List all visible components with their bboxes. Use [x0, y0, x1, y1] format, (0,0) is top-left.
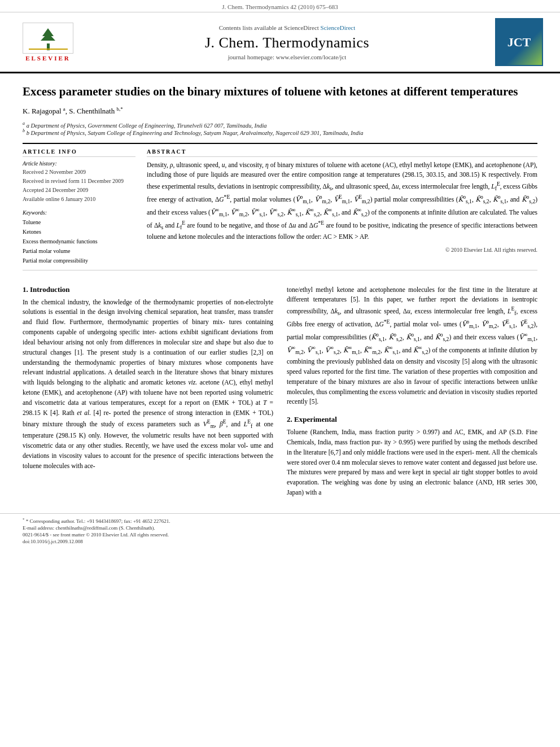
sciencedirect-link[interactable]: ScienceDirect — [321, 24, 356, 31]
introduction-heading: 1. Introduction — [23, 285, 273, 294]
affiliation-a: a a Department of Physics, Government Co… — [23, 121, 537, 129]
body-columns: 1. Introduction In the chemical industry… — [23, 277, 537, 502]
journal-header: ELSEVIER Contents lists available at Sci… — [0, 12, 560, 73]
issn-line: 0021-9614/$ - see front matter © 2010 El… — [23, 532, 537, 538]
elsevier-logo-image — [23, 23, 73, 54]
keywords-section: Keywords: Toluene Ketones Excess thermod… — [23, 209, 135, 265]
footer-area: * * Corresponding author. Tel.: +91 9443… — [0, 513, 560, 548]
journal-ref-text: J. Chem. Thermodynamics 42 (2010) 675–68… — [222, 3, 338, 10]
journal-title: J. Chem. Thermodynamics — [79, 34, 495, 51]
affiliations: a a Department of Physics, Government Co… — [23, 121, 537, 136]
copyright-line: © 2010 Elsevier Ltd. All rights reserved… — [147, 247, 537, 253]
body-left-column: 1. Introduction In the chemical industry… — [23, 277, 273, 502]
contents-available-line: Contents lists available at ScienceDirec… — [79, 24, 495, 31]
authors-line: K. Rajagopal a, S. Chenthilnath b,* — [23, 106, 537, 116]
abstract-column: ABSTRACT Density, ρ, ultrasonic speed, u… — [147, 148, 537, 265]
elsevier-tree-icon — [24, 24, 72, 53]
affiliation-b: b b Department of Physics, Satyam Colleg… — [23, 128, 537, 136]
doi-line: doi:10.1016/j.jct.2009.12.008 — [23, 539, 537, 544]
journal-center: Contents lists available at ScienceDirec… — [79, 24, 495, 60]
corresponding-author-note: * * Corresponding author. Tel.: +91 9443… — [23, 517, 537, 524]
keyword-toluene: Toluene — [23, 217, 135, 227]
article-info-column: ARTICLE INFO Article history: Received 2… — [23, 148, 135, 265]
article-info-abstract-section: ARTICLE INFO Article history: Received 2… — [23, 148, 537, 265]
introduction-continuation: tone/ethyl methyl ketone and acetophenon… — [287, 285, 537, 408]
email-note: E-mail address: chenthilnaths@rediffmail… — [23, 525, 537, 531]
keyword-excess-thermo: Excess thermodynamic functions — [23, 237, 135, 246]
received-date: Received 2 November 2009 Received in rev… — [23, 168, 135, 204]
article-title: Excess parameter studies on the binary m… — [23, 84, 537, 99]
divider-thin-1 — [23, 270, 537, 270]
main-content: Excess parameter studies on the binary m… — [0, 73, 560, 508]
keywords-label: Keywords: — [23, 209, 135, 216]
keyword-partial-molar-compressibility: Partial molar compressibility — [23, 256, 135, 265]
introduction-text-right: tone/ethyl methyl ketone and acetophenon… — [287, 285, 537, 408]
history-label: Article history: — [23, 160, 135, 167]
abstract-heading: ABSTRACT — [147, 148, 537, 157]
keyword-ketones: Ketones — [23, 227, 135, 237]
introduction-text-left: In the chemical industry, the knowledge … — [23, 298, 273, 471]
svg-rect-4 — [29, 49, 68, 50]
body-right-column: tone/ethyl methyl ketone and acetophenon… — [287, 277, 537, 502]
abstract-text: Density, ρ, ultrasonic speed, u, and vis… — [147, 160, 537, 242]
experimental-heading: 2. Experimental — [287, 415, 537, 424]
divider-thick — [23, 143, 537, 144]
article-info-heading: ARTICLE INFO — [23, 148, 135, 157]
keywords-list: Toluene Ketones Excess thermodynamic fun… — [23, 217, 135, 265]
introduction-section: 1. Introduction In the chemical industry… — [23, 285, 273, 471]
experimental-text: Toluene (Ranchem, India, mass fraction p… — [287, 427, 537, 498]
keyword-partial-molar-volume: Partial molar volume — [23, 246, 135, 256]
journal-reference: J. Chem. Thermodynamics 42 (2010) 675–68… — [0, 0, 560, 12]
elsevier-label: ELSEVIER — [25, 55, 71, 62]
experimental-section: 2. Experimental Toluene (Ranchem, India,… — [287, 415, 537, 498]
jct-logo: JCT — [495, 18, 543, 66]
journal-homepage: journal homepage: www.elsevier.com/locat… — [79, 54, 495, 60]
elsevier-logo: ELSEVIER — [17, 23, 79, 62]
